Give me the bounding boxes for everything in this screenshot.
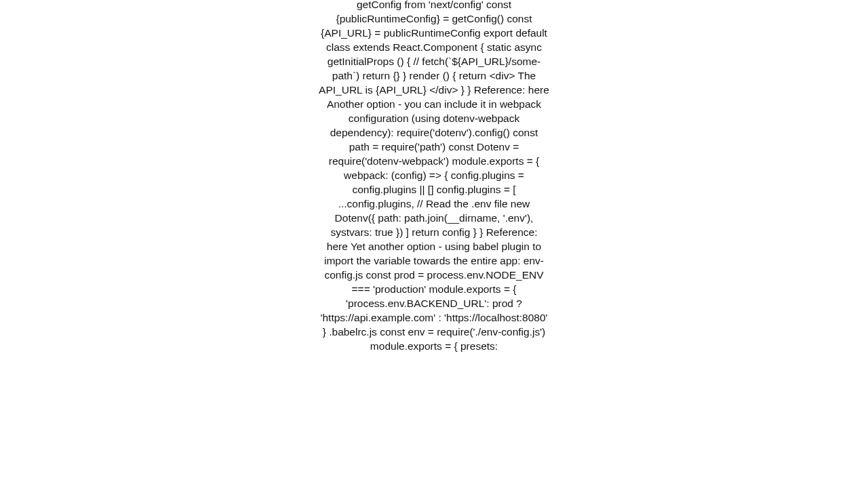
page-container: getConfig from 'next/config' const {publ… [0,0,868,488]
article-body: getConfig from 'next/config' const {publ… [319,0,549,353]
